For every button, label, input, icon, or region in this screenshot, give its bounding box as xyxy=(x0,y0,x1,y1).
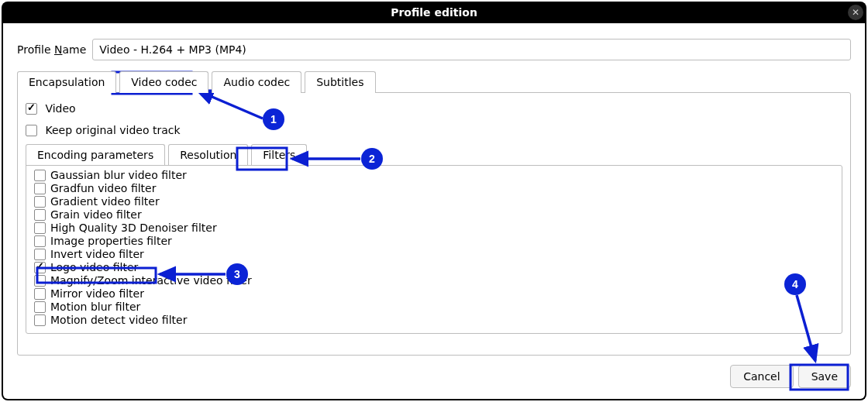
filter-checkbox[interactable] xyxy=(34,209,46,221)
window-title: Profile edition xyxy=(391,6,477,19)
filter-label: Gradfun video filter xyxy=(50,182,156,195)
filters-page: Gaussian blur video filter Gradfun video… xyxy=(26,165,842,334)
filter-checkbox[interactable] xyxy=(34,183,46,194)
video-codec-page: Video Keep original video track Encoding… xyxy=(17,92,851,356)
tab-audio-codec[interactable]: Audio codec xyxy=(212,71,301,93)
profile-name-row: Profile Name xyxy=(17,39,851,60)
filter-checkbox[interactable] xyxy=(34,235,46,247)
tab-video-codec[interactable]: Video codec xyxy=(119,71,208,93)
main-notebook: Encapsulation Video codec Audio codec Su… xyxy=(17,71,851,356)
filter-label: Grain video filter xyxy=(50,208,142,222)
video-enable-row: Video xyxy=(26,102,842,115)
filter-checkbox[interactable] xyxy=(34,249,46,260)
dialog-footer: Cancel Save xyxy=(730,365,851,388)
filter-row: Gradfun video filter xyxy=(29,182,839,195)
filter-row: Image properties filter xyxy=(29,235,839,248)
keep-original-checkbox[interactable] xyxy=(26,125,37,136)
profile-name-input[interactable] xyxy=(92,39,851,60)
filter-row: Mirror video filter xyxy=(29,287,839,301)
filter-row-logo: Logo video filter xyxy=(29,261,839,274)
title-bar: Profile edition ✕ xyxy=(2,2,866,23)
filter-checkbox[interactable] xyxy=(34,301,46,313)
filter-label: Logo video filter xyxy=(50,261,138,274)
filter-checkbox[interactable] xyxy=(34,196,46,208)
filter-row: Gradient video filter xyxy=(29,195,839,208)
main-tabs: Encapsulation Video codec Audio codec Su… xyxy=(17,71,851,93)
filter-label: Magnify/Zoom interactive video filter xyxy=(50,274,252,287)
filter-label: Motion blur filter xyxy=(50,301,140,314)
filter-row: High Quality 3D Denoiser filter xyxy=(29,222,839,235)
tab-encoding-parameters[interactable]: Encoding parameters xyxy=(26,144,165,166)
profile-name-label: Profile Name xyxy=(17,43,86,56)
filter-checkbox[interactable] xyxy=(34,170,46,181)
filter-row: Invert video filter xyxy=(29,248,839,261)
filter-label: Image properties filter xyxy=(50,235,172,248)
video-checkbox-label: Video xyxy=(45,102,75,115)
tab-encapsulation[interactable]: Encapsulation xyxy=(17,71,116,93)
filter-label: Mirror video filter xyxy=(50,287,144,301)
filter-row: Motion blur filter xyxy=(29,301,839,314)
video-checkbox[interactable] xyxy=(26,103,37,115)
tab-subtitles[interactable]: Subtitles xyxy=(305,71,375,93)
filter-row: Gaussian blur video filter xyxy=(29,169,839,182)
keep-original-label: Keep original video track xyxy=(45,124,180,136)
filter-label: Gradient video filter xyxy=(50,195,160,208)
filter-label: Invert video filter xyxy=(50,248,144,261)
tab-resolution[interactable]: Resolution xyxy=(168,144,248,166)
filter-list[interactable]: Gaussian blur video filter Gradfun video… xyxy=(29,169,839,330)
filter-checkbox[interactable] xyxy=(34,288,46,300)
filter-row: Motion detect video filter xyxy=(29,314,839,327)
close-icon[interactable]: ✕ xyxy=(848,5,863,20)
dialog-body: Profile Name Encapsulation Video codec A… xyxy=(2,23,866,400)
filter-label: Motion detect video filter xyxy=(50,314,187,327)
filter-label: High Quality 3D Denoiser filter xyxy=(50,222,217,235)
tab-filters[interactable]: Filters xyxy=(251,144,307,166)
keep-original-row: Keep original video track xyxy=(26,124,842,136)
filter-label: Gaussian blur video filter xyxy=(50,169,187,182)
save-button[interactable]: Save xyxy=(798,365,851,388)
filter-checkbox[interactable] xyxy=(34,314,46,326)
filter-row: Magnify/Zoom interactive video filter xyxy=(29,274,839,287)
cancel-button[interactable]: Cancel xyxy=(730,365,793,388)
filter-checkbox[interactable] xyxy=(34,222,46,234)
filter-checkbox[interactable] xyxy=(34,275,46,287)
filter-row: Grain video filter xyxy=(29,208,839,222)
inner-tabs: Encoding parameters Resolution Filters xyxy=(26,144,842,166)
filter-checkbox[interactable] xyxy=(34,262,46,273)
